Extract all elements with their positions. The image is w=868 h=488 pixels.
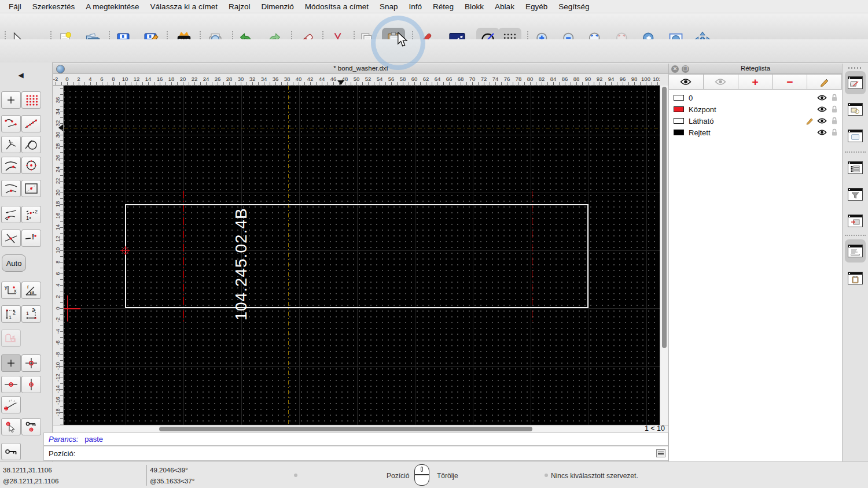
svg-text:x: x [14,288,17,294]
snap-middle-button[interactable] [1,180,21,197]
ruler-label: -2 [54,315,62,325]
layer-row[interactable]: Látható [669,115,842,127]
vertical-scrollbar[interactable] [660,86,668,425]
ruler-label: 10 [119,76,131,82]
select-reference-button[interactable] [1,330,21,347]
remove-layer-button[interactable]: − [772,74,807,90]
lock-relative-zero-button[interactable] [21,418,41,435]
ruler-label: 84 [547,76,560,82]
corner-point-1-button[interactable]: 12 [1,305,21,323]
layer-visibility-icon[interactable] [817,129,827,136]
mouse-left-action-label: Pozíció [387,472,409,480]
layer-visibility-icon[interactable] [817,106,827,113]
edit-layer-button[interactable] [807,74,842,90]
ruler-label: 60 [408,76,421,82]
relative-zero-marker [67,295,68,321]
layer-lock-icon[interactable] [831,105,838,113]
angle-gauge-button[interactable] [1,396,21,413]
svg-text:2: 2 [35,209,38,215]
show-all-layers-button[interactable] [668,74,704,90]
layer-row[interactable]: Rejtett [669,127,842,138]
relative-zero-marker [64,308,80,309]
ruler-label: 20 [176,76,189,82]
vertical-scrollbar-thumb[interactable] [662,87,667,348]
horizontal-scrollbar[interactable]: 1 < 10 [53,425,668,432]
polar-coordinate-button[interactable]: ra [21,282,41,299]
restrict-horizontal-button[interactable] [1,376,21,393]
menu-r-teg[interactable]: Réteg [433,2,454,11]
pick-cursor-icon [3,420,19,433]
menu-rajzol[interactable]: Rajzol [229,2,251,11]
layer-lock-icon[interactable] [831,128,838,136]
ruler-label: -16 [54,395,62,406]
relative-zero-current-button[interactable] [1,354,21,372]
menu-snap[interactable]: Snap [380,2,398,11]
dock-filter-button[interactable] [845,183,866,206]
dock-library-button[interactable] [845,124,866,147]
cartesian-coordinate-button[interactable]: yx [1,282,21,299]
snap-intersection-auto-button[interactable] [1,157,21,174]
menu-f-jl[interactable]: Fájl [9,2,21,11]
restrict-orthogonal-button[interactable]: 21 [21,206,41,223]
menu-blokk[interactable]: Blokk [465,2,484,11]
layer-row[interactable]: 0 [669,92,842,103]
set-relative-zero-button[interactable] [21,354,41,372]
drawing-canvas[interactable]: 104.245.02.4B [64,86,660,425]
snap-intersection-button[interactable] [1,230,21,247]
collapse-toolbar-button[interactable]: ◀ [13,70,29,80]
pick-coordinate-button[interactable] [1,418,21,435]
layer-lock-icon[interactable] [831,117,838,125]
menu-ablak[interactable]: Ablak [495,2,514,11]
menu-a-megtekint-se[interactable]: A megtekintése [86,2,139,11]
snap-on-entity-button[interactable] [21,115,41,132]
exclusive-snap-button[interactable]: ! [21,230,41,247]
relative-zero-icon [24,357,39,369]
add-layer-button[interactable]: + [738,74,773,90]
dock-block-list-button[interactable] [845,98,866,121]
drawing-text[interactable]: 104.245.02.4B [231,195,251,334]
snap-grid-button[interactable] [21,91,41,109]
menu-egy-b[interactable]: Egyéb [525,2,547,11]
dock-command-line-button[interactable] [845,239,866,263]
command-options-icon[interactable] [656,449,665,457]
ruler-label: 14 [142,76,155,82]
ruler-label: 66 [443,76,455,82]
drawing-rectangle[interactable] [125,204,589,308]
dock-named-views-button[interactable] [845,209,866,232]
command-input[interactable] [75,447,656,460]
eye-closed-icon [715,78,726,86]
restrict-nothing-button[interactable] [1,206,21,223]
auto-snap-button[interactable]: Auto [2,254,26,272]
snap-perpendicular-button[interactable] [1,136,21,153]
menu-seg-ts-g[interactable]: Segítség [558,2,589,11]
layer-lock-icon[interactable] [831,94,838,102]
dock-clipboard-button[interactable] [845,267,866,290]
layer-visibility-icon[interactable] [817,117,827,124]
restrict-vertical-button[interactable] [21,376,41,393]
menu-szerkeszt-s[interactable]: Szerkesztés [32,2,75,11]
snap-endpoints-button[interactable] [1,115,21,132]
menu-m-dos-tsa-a-c-met[interactable]: Módosítsa a címet [305,2,369,11]
hide-all-layers-button[interactable] [703,74,738,90]
horizontal-scrollbar-thumb[interactable] [159,427,532,431]
menu-inf-[interactable]: Infó [409,2,422,11]
snap-free-button[interactable] [1,91,21,109]
layer-visibility-icon[interactable] [817,94,827,101]
list-window-icon [848,161,863,174]
command-prompt-label: Parancs: [49,435,78,443]
snap-center-button[interactable] [21,157,41,174]
snap-distance-button[interactable] [21,180,41,197]
lock-layer-button[interactable] [1,443,21,460]
dock-layer-list-button[interactable] [845,71,866,94]
ruler-label: 92 [593,76,606,82]
layer-row[interactable]: Központ [669,103,842,115]
ruler-label: 28 [54,141,62,151]
snap-tangent-button[interactable] [21,136,41,153]
menu-v-lassza-ki-a-c-met[interactable]: Válassza ki a címet [150,2,218,11]
circle-center-icon [24,159,39,172]
ruler-label: 10 [54,245,62,256]
menu-dimenzi-[interactable]: Dimenzió [261,2,293,11]
dock-entity-list-button[interactable] [845,156,866,179]
corner-point-2-button[interactable]: 12 [21,305,41,323]
ruler-label: 70 [466,76,479,82]
